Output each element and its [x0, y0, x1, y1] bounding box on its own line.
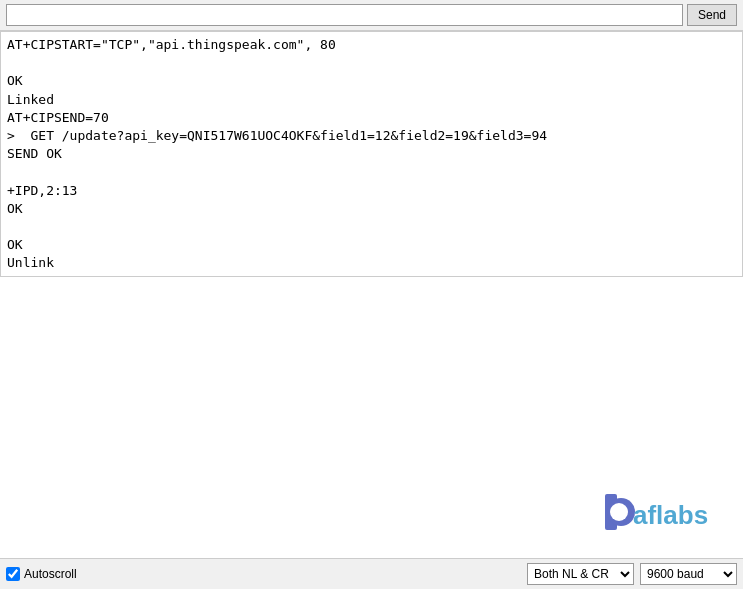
- bottom-bar: Autoscroll No line ending Newline Carria…: [0, 558, 743, 589]
- svg-point-2: [610, 503, 628, 521]
- baud-rate-select[interactable]: 300 baud 1200 baud 2400 baud 4800 baud 9…: [640, 563, 737, 585]
- daflabs-logo: aflabs: [603, 490, 733, 538]
- autoscroll-checkbox[interactable]: [6, 567, 20, 581]
- svg-text:aflabs: aflabs: [633, 500, 708, 530]
- terminal-output: AT+CIPSTART="TCP","api.thingspeak.com", …: [0, 31, 743, 277]
- autoscroll-area: Autoscroll: [6, 567, 521, 581]
- top-bar: Send: [0, 0, 743, 31]
- svg-rect-0: [605, 494, 617, 530]
- send-button[interactable]: Send: [687, 4, 737, 26]
- terminal-wrapper: AT+CIPSTART="TCP","api.thingspeak.com", …: [0, 31, 743, 558]
- serial-input[interactable]: [6, 4, 683, 26]
- line-ending-select[interactable]: No line ending Newline Carriage return B…: [527, 563, 634, 585]
- autoscroll-label: Autoscroll: [24, 567, 77, 581]
- svg-point-1: [607, 498, 635, 526]
